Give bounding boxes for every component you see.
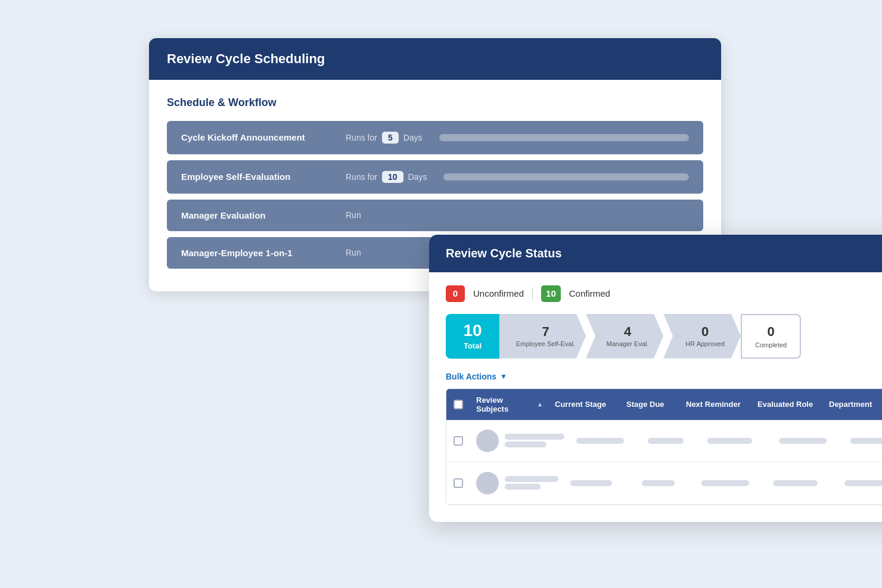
row1-name-bar-1 [505,434,564,440]
row1-name-bar-2 [505,441,546,447]
workflow-bar-1 [439,134,689,141]
pipeline: 10 Total 7 Employee Self-Eval. 4 Manager… [446,314,882,359]
row2-name-cell [470,469,564,497]
row2-reminder-cell [695,476,767,490]
row1-role-cell [773,434,844,448]
status-card-header: Review Cycle Status [429,235,882,272]
pipeline-stage-2-label: Manager Eval. [607,340,649,347]
pipeline-stage-3: 0 HR Approved [663,314,741,359]
bulk-actions-chevron-icon[interactable]: ▼ [500,372,507,381]
bulk-actions-bar[interactable]: Bulk Actions ▼ [446,372,882,381]
table-row [446,420,882,462]
pipeline-stage-1-num: 7 [542,325,549,338]
row1-checkbox-cell[interactable] [446,434,470,448]
badge-separator [532,287,533,300]
pipeline-total: 10 Total [446,314,499,359]
status-title: Review Cycle Status [446,247,882,260]
row2-stage-cell [564,476,636,490]
table-header: Review Subjects ▲ Current Stage Stage Du… [446,389,882,420]
row1-name-cell [470,427,570,455]
sort-icon: ▲ [537,401,543,407]
th-evaluated-role: Evaluated Role [751,389,823,420]
row2-stage-bar [570,480,612,486]
workflow-runs-3: Run [346,210,361,220]
row1-reminder-bar [707,438,752,444]
confirmed-count: 10 [541,285,561,302]
row2-due-cell [636,476,695,490]
days-badge-1: 5 [382,132,399,144]
th-department: Department [823,389,882,420]
row1-role-bar [779,438,827,444]
workflow-label-1: Cycle Kickoff Announcement [181,132,336,142]
th-review-subjects-label: Review Subjects [476,396,534,413]
row1-name-lines [505,432,564,449]
unconfirmed-count: 0 [446,285,465,302]
row2-name-bar-2 [505,484,541,490]
pipeline-stage-2-num: 4 [624,325,631,338]
pipeline-completed-num: 0 [768,324,775,340]
row2-due-bar [642,480,675,486]
pipeline-stage-3-num: 0 [701,325,709,338]
row2-checkbox-cell[interactable] [446,476,470,490]
status-card: Review Cycle Status 0 Unconfirmed 10 Con… [429,235,882,522]
workflow-runs-2: Runs for 10 Days [346,171,427,183]
row2-name-lines [505,474,558,491]
workflow-row-3: Manager Evaluation Run [167,200,703,231]
row1-avatar [476,430,499,452]
row1-dept-bar [850,438,882,444]
confirmed-label: Confirmed [569,288,610,298]
status-table: Review Subjects ▲ Current Stage Stage Du… [446,388,882,505]
unconfirmed-label: Unconfirmed [473,288,524,298]
workflow-runs-1: Runs for 5 Days [346,132,423,144]
row2-avatar [476,472,499,494]
pipeline-stage-3-label: HR Approved [685,340,724,347]
header-checkbox[interactable] [454,400,463,409]
th-checkbox[interactable] [446,389,470,420]
row1-due-bar [648,438,684,444]
row2-role-bar [773,480,818,486]
th-current-stage: Current Stage [549,389,620,420]
workflow-label-2: Employee Self-Evaluation [181,172,336,182]
pipeline-completed: 0 Completed [741,314,801,359]
th-stage-due: Stage Due [620,389,680,420]
pipeline-stage-1: 7 Employee Self-Eval. [499,314,586,359]
row2-dept-cell [838,476,882,490]
section-title: Schedule & Workflow [167,97,703,109]
row2-role-cell [767,476,838,490]
row1-due-cell [642,434,701,448]
workflow-bar-2 [443,173,689,181]
workflow-runs-4: Run [346,248,361,257]
row1-reminder-cell [701,434,773,448]
workflow-label-4: Manager-Employee 1-on-1 [181,248,336,258]
row2-dept-bar [844,480,882,486]
days-badge-2: 10 [382,171,403,183]
pipeline-total-label: Total [464,341,482,350]
row1-checkbox[interactable] [454,436,463,446]
row1-stage-bar [576,438,624,444]
scheduling-title: Review Cycle Scheduling [167,51,703,67]
pipeline-stage-1-label: Employee Self-Eval. [516,340,575,347]
row2-reminder-bar [701,480,749,486]
row1-stage-cell [570,434,642,448]
th-review-subjects[interactable]: Review Subjects ▲ [470,389,549,420]
scheduling-card-header: Review Cycle Scheduling [149,38,721,80]
status-badges-row: 0 Unconfirmed 10 Confirmed [446,285,882,302]
workflow-row-1: Cycle Kickoff Announcement Runs for 5 Da… [167,121,703,154]
pipeline-completed-label: Completed [755,341,787,349]
table-row [446,462,882,505]
workflow-row-2: Employee Self-Evaluation Runs for 10 Day… [167,160,703,194]
row1-dept-cell [844,434,882,448]
workflow-label-3: Manager Evaluation [181,210,336,220]
th-next-reminder: Next Reminder [680,389,751,420]
pipeline-total-num: 10 [463,322,482,339]
status-card-body: 0 Unconfirmed 10 Confirmed 10 Total 7 Em… [429,272,882,522]
row2-name-bar-1 [505,476,558,482]
pipeline-stage-2: 4 Manager Eval. [586,314,663,359]
bulk-actions-label: Bulk Actions [446,372,496,381]
row2-checkbox[interactable] [454,478,463,488]
